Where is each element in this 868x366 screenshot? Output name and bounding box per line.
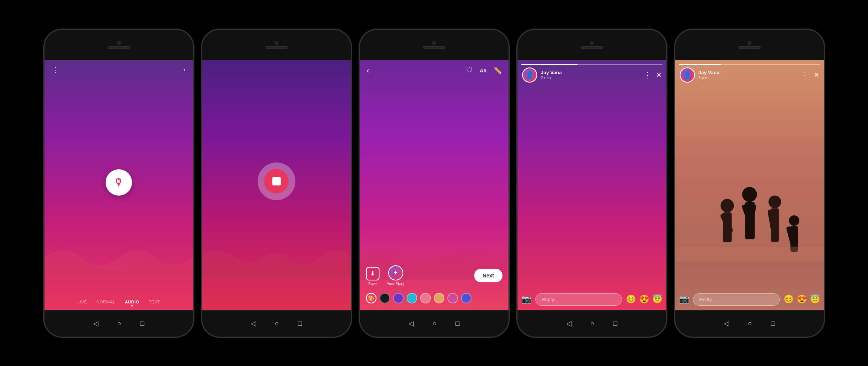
tab-audio[interactable]: AUDIO [125,300,139,306]
more-icon-5[interactable]: ⋮ [801,70,809,80]
save-action[interactable]: ⬇ Save [366,267,379,286]
color-palette: 🎨 [366,291,502,306]
phone-3-bg: ‹ 🛡 Aa ✏️ [360,60,509,310]
active-mode-indicator [131,305,133,306]
reply-input-4[interactable] [535,293,622,306]
back-button[interactable]: ‹ [367,66,369,75]
story-header-5: 👤 Jay Vana 1 min ⋮ ✕ [675,67,824,83]
record-button[interactable] [258,162,295,200]
story-time-5: 1 min [699,75,797,80]
color-orange[interactable] [434,293,444,303]
story-time-4: 2 min [541,75,640,80]
color-blue[interactable] [461,293,472,303]
back-nav-5[interactable]: ◁ [724,319,729,328]
phone-4-speaker [581,46,603,49]
color-black[interactable] [379,293,390,303]
save-icon: ⬇ [370,270,375,277]
phones-container: ⋮ › 🎙 [43,29,825,338]
progress-bar-5 [679,64,820,65]
close-icon-4[interactable]: ✕ [656,71,662,79]
phone-3-bottom-bar: ◁ ○ □ [360,310,509,337]
mic-button[interactable]: 🎙 [106,169,132,196]
your-story-action[interactable]: ✦ Your Story [387,265,404,286]
story-bottom-5: 📷 😊 😍 😇 [675,289,824,310]
emoji-2-4[interactable]: 😍 [639,294,649,304]
phone-4: 👤 Jay Vana 2 min ⋮ ✕ [516,29,667,338]
emoji-3-4[interactable]: 😇 [652,294,662,304]
mode-tabs: LIVE NORMAL AUDIO TEXT [45,300,193,306]
menu-icon[interactable]: ⋮ [52,66,59,74]
emoji-2-5[interactable]: 😍 [797,294,807,304]
phone-4-screen: 👤 Jay Vana 2 min ⋮ ✕ [518,60,666,310]
camera-icon-5[interactable]: 📷 [679,294,689,304]
phone-3-speaker [423,46,446,49]
recents-nav[interactable]: □ [140,320,144,328]
wave-decoration [45,235,193,280]
wave-decoration-4 [518,235,666,280]
progress-bar [521,64,662,65]
recents-nav-2[interactable]: □ [298,320,302,328]
recents-nav-3[interactable]: □ [456,320,460,328]
editor-top-bar: ‹ 🛡 Aa ✏️ [360,66,509,75]
progress-fill-5 [679,64,721,65]
your-story-avatar: ✦ [388,265,403,280]
back-nav-4[interactable]: ◁ [566,319,571,328]
tab-live[interactable]: LIVE [77,300,87,306]
close-icon-5[interactable]: ✕ [814,71,819,79]
tab-text[interactable]: TEXT [149,300,160,306]
camera-icon-4[interactable]: 📷 [521,294,532,304]
your-story-label: Your Story [387,282,404,286]
story-editor: ‹ 🛡 Aa ✏️ [360,60,509,310]
phone-2-top-bar [202,30,351,60]
phone-2-camera [275,41,278,45]
color-cyan[interactable] [407,293,417,303]
phone-5-bottom-bar: ◁ ○ □ [675,310,824,337]
back-nav[interactable]: ◁ [93,319,98,328]
reply-input-5[interactable] [693,293,780,306]
phone-5-camera [748,41,751,45]
sticker-icon[interactable]: 🛡 [466,66,473,74]
back-nav-2[interactable]: ◁ [251,319,256,328]
phone-5-top-bar [675,30,824,60]
more-icon-4[interactable]: ⋮ [644,70,651,80]
record-inner [264,169,289,193]
emoji-row-5: 😊 😍 😇 [784,294,820,304]
emoji-1-5[interactable]: 😊 [784,294,794,304]
color-magenta[interactable] [447,293,458,303]
phone-1-top-bar [45,30,193,60]
story-avatar-4: 👤 [522,67,537,83]
phone-2-screen [202,60,351,310]
phone-4-camera [590,41,594,45]
story-header-icons-5: ⋮ ✕ [801,70,819,80]
home-nav-5[interactable]: ○ [748,320,752,328]
editor-bottom: ⬇ Save ✦ Your Story [360,261,509,310]
phone-2-bottom-bar: ◁ ○ □ [202,310,351,337]
emoji-1-4[interactable]: 😊 [626,294,636,304]
color-pink[interactable] [420,293,431,303]
recents-nav-4[interactable]: □ [613,320,618,328]
home-nav-4[interactable]: ○ [590,320,595,328]
emoji-3-5[interactable]: 😇 [810,294,820,304]
color-picker-icon[interactable]: 🎨 [366,293,376,303]
phone-3-camera [432,41,436,45]
phone-4-bottom-bar: ◁ ○ □ [518,310,666,337]
home-nav[interactable]: ○ [117,320,121,328]
recents-nav-5[interactable]: □ [771,320,775,328]
text-icon[interactable]: Aa [480,67,487,74]
next-button[interactable]: Next [474,269,502,282]
tab-normal[interactable]: NORMAL [97,300,115,306]
phone-4-bg: 👤 Jay Vana 2 min ⋮ ✕ [518,60,666,310]
story-username-5: Jay Vana [699,70,797,75]
phone-1-bg: ⋮ › 🎙 [45,60,193,310]
phone-2-bg [202,60,351,310]
story-viewer-5: 👤 Jay Vana 1 min ⋮ ✕ [675,60,824,310]
home-nav-2[interactable]: ○ [275,320,279,328]
forward-icon[interactable]: › [183,66,186,74]
home-nav-3[interactable]: ○ [433,320,437,328]
color-purple[interactable] [393,293,404,303]
story-actions-row: ⬇ Save ✦ Your Story [366,265,502,286]
draw-icon[interactable]: ✏️ [493,66,502,75]
phone-3: ‹ 🛡 Aa ✏️ [359,29,510,338]
editor-right-icons: 🛡 Aa ✏️ [466,66,502,75]
back-nav-3[interactable]: ◁ [409,319,414,328]
